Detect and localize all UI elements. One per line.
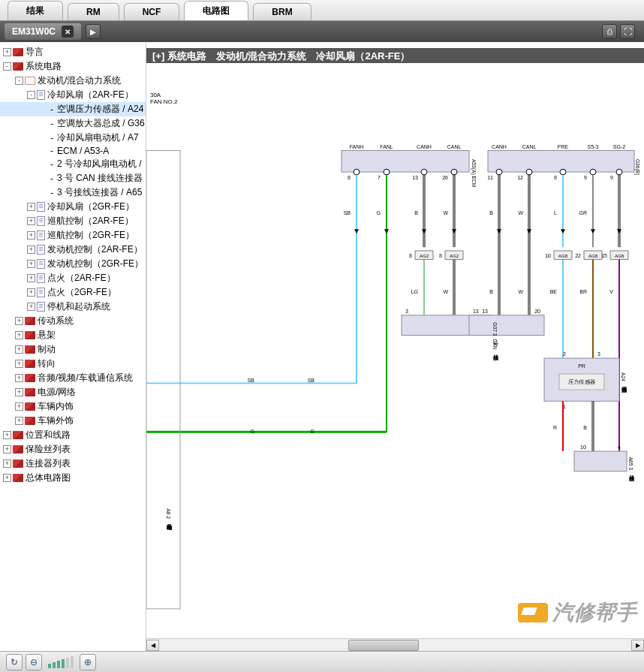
tree-node-2[interactable]: -发动机/混合动力系统 — [0, 74, 146, 88]
svg-text:20: 20 — [534, 309, 540, 314]
svg-text:15: 15 — [601, 253, 607, 258]
tree-node-28[interactable]: +保险丝列表 — [0, 442, 146, 457]
forward-button[interactable]: ▶ — [86, 24, 101, 39]
top-tab-3[interactable]: 电路图 — [184, 1, 248, 20]
top-tab-1[interactable]: RM — [68, 3, 119, 20]
top-tab-2[interactable]: NCF — [124, 3, 180, 20]
tree-node-11[interactable]: +冷却风扇（2GR-FE） — [0, 200, 146, 214]
tree-node-7[interactable]: -ECM / A53-A — [0, 145, 146, 157]
toggle-icon[interactable]: + — [27, 203, 35, 211]
svg-rect-16 — [488, 150, 634, 172]
svg-text:PR: PR — [578, 364, 585, 369]
tree-node-17[interactable]: +点火（2GR-FE） — [0, 285, 146, 300]
toggle-icon[interactable]: - — [15, 77, 23, 85]
toggle-icon[interactable]: + — [27, 303, 35, 311]
toggle-icon[interactable]: + — [27, 217, 35, 225]
zoom-in-button[interactable]: ⊕ — [80, 654, 96, 670]
scroll-right-button[interactable]: ▶ — [631, 640, 644, 651]
book-icon — [25, 374, 35, 382]
toggle-icon[interactable]: + — [3, 445, 11, 454]
tree-node-19[interactable]: +传动系统 — [0, 314, 146, 328]
tree-node-21[interactable]: +制动 — [0, 342, 146, 357]
scroll-left-button[interactable]: ◀ — [146, 640, 159, 651]
tree-node-8[interactable]: -2 号冷却风扇电动机 / — [0, 157, 146, 171]
svg-text:10: 10 — [580, 444, 586, 450]
book-icon — [25, 345, 35, 354]
svg-text:7: 7 — [378, 175, 381, 180]
tree-node-13[interactable]: +巡航控制（2GR-FE） — [0, 228, 146, 243]
toggle-icon[interactable]: + — [27, 246, 35, 254]
toggle-icon[interactable]: - — [3, 62, 11, 71]
svg-rect-95 — [574, 451, 627, 472]
print-icon[interactable]: ⎙ — [602, 24, 617, 39]
tree-node-4[interactable]: -空调压力传感器 / A24 — [0, 102, 146, 116]
toggle-icon[interactable]: - — [27, 91, 35, 99]
tree-node-20[interactable]: +悬架 — [0, 328, 146, 342]
toggle-icon[interactable]: + — [27, 274, 35, 282]
tree-node-27[interactable]: +位置和线路 — [0, 428, 146, 442]
horizontal-scrollbar[interactable]: ◀ ▶ — [146, 638, 644, 651]
breadcrumb-expand-icon[interactable]: [+] — [152, 50, 164, 62]
toggle-icon[interactable]: + — [15, 417, 23, 425]
document-tab[interactable]: EM31W0C ✕ — [5, 23, 81, 40]
tree-node-6[interactable]: -冷却风扇电动机 / A7 — [0, 131, 146, 145]
tree-node-14[interactable]: +发动机控制（2AR-FE） — [0, 243, 146, 257]
tree-label: 车辆内饰 — [38, 400, 74, 413]
tree-node-26[interactable]: +车辆外饰 — [0, 414, 146, 428]
tree-node-9[interactable]: -3 号 CAN 接线连接器 — [0, 171, 146, 185]
watermark-text: 汽修帮手 — [552, 598, 636, 627]
toggle-icon[interactable]: + — [15, 345, 23, 354]
tree-node-3[interactable]: -冷却风扇（2AR-FE） — [0, 88, 146, 102]
toggle-icon[interactable]: + — [15, 360, 23, 368]
toggle-icon[interactable]: + — [15, 317, 23, 325]
toggle-icon[interactable]: + — [15, 388, 23, 396]
svg-text:W: W — [518, 210, 523, 215]
tree-node-24[interactable]: +电源/网络 — [0, 385, 146, 399]
tree-node-30[interactable]: +总体电路图 — [0, 471, 146, 485]
page-icon — [37, 245, 45, 255]
book-icon — [25, 402, 35, 411]
toggle-icon[interactable]: + — [27, 231, 35, 240]
svg-text:30A: 30A — [150, 92, 161, 98]
book-icon — [25, 317, 35, 325]
tree-node-10[interactable]: -3 号接线连接器 / A65 — [0, 185, 146, 200]
close-icon[interactable]: ✕ — [62, 26, 74, 38]
refresh-button[interactable]: ↻ — [6, 654, 23, 670]
tree-label: 连接器列表 — [26, 457, 71, 470]
book-icon — [13, 62, 23, 71]
toggle-icon[interactable]: + — [3, 460, 11, 468]
toggle-icon[interactable]: + — [27, 288, 35, 297]
scrollbar-thumb[interactable] — [348, 640, 419, 651]
tree-node-15[interactable]: +发动机控制（2GR-FE） — [0, 257, 146, 271]
top-tab-4[interactable]: BRM — [253, 3, 311, 20]
wiring-diagram[interactable]: 30AFAN NO.2A53(A) ECMFANH8FANL7CANH13CAN… — [146, 65, 644, 637]
scrollbar-track[interactable] — [159, 640, 631, 651]
svg-text:3: 3 — [597, 351, 600, 357]
svg-point-28 — [590, 169, 596, 175]
svg-text:4: 4 — [618, 444, 621, 450]
tree-node-0[interactable]: +导言 — [0, 45, 146, 59]
tree-node-23[interactable]: +音频/视频/车载通信系统 — [0, 371, 146, 385]
toggle-icon[interactable]: + — [3, 474, 11, 482]
top-tab-0[interactable]: 结果 — [8, 1, 63, 20]
expand-icon[interactable]: ⛶ — [620, 24, 635, 39]
svg-text:AG2: AG2 — [420, 254, 429, 258]
toggle-icon[interactable]: + — [15, 374, 23, 382]
toggle-icon[interactable]: + — [15, 331, 23, 339]
svg-text:13: 13 — [482, 309, 488, 314]
tree-node-1[interactable]: -系统电路 — [0, 59, 146, 74]
tree-node-25[interactable]: +车辆内饰 — [0, 399, 146, 414]
svg-text:AG8: AG8 — [558, 254, 567, 258]
tree-node-16[interactable]: +点火（2AR-FE） — [0, 271, 146, 285]
toggle-icon[interactable]: + — [27, 260, 35, 268]
tree-node-5[interactable]: -空调放大器总成 / G36 — [0, 116, 146, 131]
zoom-out-button[interactable]: ⊖ — [26, 654, 42, 670]
tree-node-29[interactable]: +连接器列表 — [0, 457, 146, 471]
tree-node-22[interactable]: +转向 — [0, 357, 146, 371]
tree-node-18[interactable]: +停机和起动系统 — [0, 300, 146, 314]
svg-text:CANL: CANL — [447, 144, 462, 149]
tree-node-12[interactable]: +巡航控制（2AR-FE） — [0, 214, 146, 228]
toggle-icon[interactable]: + — [3, 431, 11, 439]
toggle-icon[interactable]: + — [3, 48, 11, 56]
toggle-icon[interactable]: + — [15, 402, 23, 411]
